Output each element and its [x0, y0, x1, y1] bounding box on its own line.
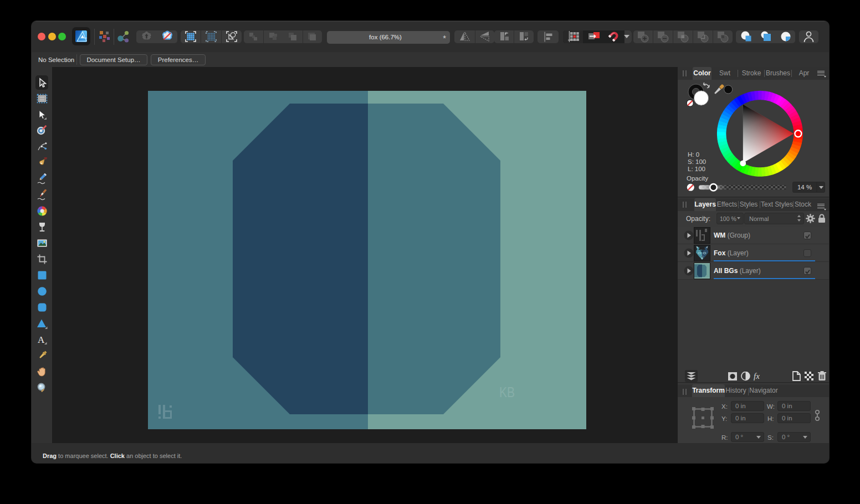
- svg-text:Opacity: Opacity: [687, 175, 708, 182]
- svg-text:H: 0: H: 0: [688, 151, 699, 158]
- svg-text:KB: KB: [499, 384, 515, 400]
- svg-text:A: A: [38, 335, 45, 345]
- svg-text:S: 100: S: 100: [688, 158, 706, 165]
- svg-text:L: 100: L: 100: [688, 166, 705, 172]
